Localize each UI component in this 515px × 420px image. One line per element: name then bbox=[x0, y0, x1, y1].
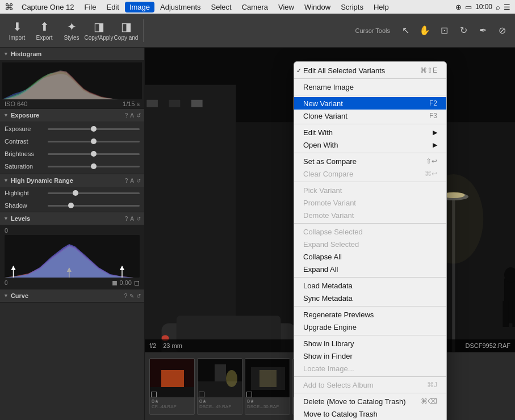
apple-menu[interactable]: ⌘ bbox=[5, 2, 14, 12]
menu-load-metadata[interactable]: Load Metadata bbox=[294, 279, 446, 292]
exposure-header[interactable]: ▼ Exposure ? A ↺ bbox=[0, 109, 144, 121]
battery-icon: ▭ bbox=[465, 3, 472, 11]
brightness-slider-track[interactable] bbox=[48, 153, 140, 155]
menu-sync-metadata[interactable]: Sync Metadata bbox=[294, 292, 446, 304]
curve-actions: ? ✎ ↺ bbox=[124, 293, 141, 299]
styles-button[interactable]: ✦ Styles bbox=[59, 16, 84, 45]
curve-reset[interactable]: ↺ bbox=[136, 293, 141, 299]
menu-expand-all[interactable]: Expand All bbox=[294, 263, 446, 275]
menu-regenerate-previews[interactable]: Regenerate Previews bbox=[294, 308, 446, 321]
exposure-reset[interactable]: ↺ bbox=[136, 112, 141, 119]
menu-collapse-all[interactable]: Collapse All bbox=[294, 250, 446, 263]
curve-help[interactable]: ? bbox=[124, 293, 127, 299]
levels-black-picker[interactable]: ◼ bbox=[112, 279, 118, 287]
menu-open-with[interactable]: Open With ▶ bbox=[294, 138, 446, 151]
film-thumb-check-2[interactable] bbox=[199, 392, 204, 397]
saturation-slider-track[interactable] bbox=[48, 166, 140, 167]
exposure-slider-thumb[interactable] bbox=[91, 126, 97, 132]
filename-display: DSCF9952.RAF bbox=[466, 342, 510, 349]
film-thumb-footer-2: 0★ DSCE...49.RAF bbox=[198, 397, 242, 414]
menubar-help[interactable]: Help bbox=[369, 2, 393, 12]
exposure-slider-track[interactable] bbox=[48, 128, 140, 130]
film-thumb-3[interactable]: 0★ DSCE...50.RAF bbox=[245, 358, 290, 415]
saturation-slider-thumb[interactable] bbox=[91, 163, 97, 169]
histogram-info: ISO 640 1/15 s bbox=[2, 99, 142, 108]
menubar-adjustments[interactable]: Adjustments bbox=[156, 2, 206, 12]
cursor-tool-pointer[interactable]: ↖ bbox=[397, 22, 414, 39]
cursor-tool-hand[interactable]: ✋ bbox=[416, 22, 433, 39]
menubar-window[interactable]: Window bbox=[300, 2, 335, 12]
menubar-scripts[interactable]: Scripts bbox=[336, 2, 368, 12]
exposure-auto[interactable]: A bbox=[130, 112, 134, 119]
menu-edit-with[interactable]: Edit With ▶ bbox=[294, 126, 446, 138]
hdr-reset[interactable]: ↺ bbox=[136, 178, 141, 184]
curve-edit[interactable]: ✎ bbox=[129, 293, 134, 299]
levels-reset[interactable]: ↺ bbox=[136, 216, 141, 222]
exposure-actions: ? A ↺ bbox=[125, 112, 141, 119]
film-thumb-name-3: DSCE...50.RAF bbox=[247, 404, 288, 409]
hdr-auto[interactable]: A bbox=[130, 178, 134, 184]
highlight-slider-thumb[interactable] bbox=[73, 190, 78, 196]
film-thumb-check-3[interactable] bbox=[246, 392, 252, 397]
copy-apply-label: Copy/Apply bbox=[84, 35, 113, 41]
contrast-slider-track[interactable] bbox=[48, 141, 140, 142]
shadow-slider-thumb[interactable] bbox=[68, 203, 74, 208]
exposure-slider-row: Exposure bbox=[0, 123, 144, 135]
copy-and-button[interactable]: ◨ Copy and bbox=[114, 16, 139, 45]
import-button[interactable]: ⬇ Import bbox=[5, 16, 30, 45]
menubar-view[interactable]: View bbox=[274, 2, 299, 12]
menu-show-in-finder[interactable]: Show in Finder bbox=[294, 350, 446, 362]
menubar-edit[interactable]: Edit bbox=[102, 2, 123, 12]
spotlight-icon[interactable]: ⌕ bbox=[496, 3, 500, 11]
menu-rename-image[interactable]: Rename Image bbox=[294, 81, 446, 93]
shadow-label: Shadow bbox=[5, 202, 44, 209]
levels-header[interactable]: ▼ Levels ? A ↺ bbox=[0, 212, 144, 225]
levels-auto[interactable]: A bbox=[130, 216, 134, 222]
menubar-camera[interactable]: Camera bbox=[237, 2, 273, 12]
levels-white-picker[interactable]: ◻ bbox=[134, 279, 140, 287]
menu-sep-5 bbox=[294, 182, 446, 182]
menubar-image[interactable]: Image bbox=[125, 2, 154, 12]
menubar-file[interactable]: File bbox=[80, 2, 101, 12]
film-thumb-1[interactable]: 0★ CF...48.RAF bbox=[149, 358, 195, 415]
levels-mid-value: 0,00 bbox=[120, 279, 132, 286]
cursor-tool-crop[interactable]: ⊡ bbox=[436, 22, 453, 39]
menu-upgrade-engine[interactable]: Upgrade Engine bbox=[294, 321, 446, 333]
menu-edit-all-variants[interactable]: ✓ Edit All Selected Variants ⌘⇧E bbox=[294, 64, 446, 77]
copy-apply-button[interactable]: ◨ Copy/Apply bbox=[86, 16, 111, 45]
menu-show-in-library[interactable]: Show in Library bbox=[294, 337, 446, 350]
histogram-header[interactable]: ▼ Histogram bbox=[0, 48, 144, 60]
menu-move-to-trash[interactable]: Move to Catalog Trash bbox=[294, 408, 446, 420]
menu-new-variant[interactable]: New Variant F2 bbox=[294, 97, 446, 110]
curve-header[interactable]: ▼ Curve ? ✎ ↺ bbox=[0, 289, 144, 302]
cursor-tool-paint[interactable]: ⊘ bbox=[493, 22, 510, 39]
film-thumb-check-1[interactable] bbox=[151, 392, 157, 397]
menubar-capture-one[interactable]: Capture One 12 bbox=[17, 2, 79, 12]
menu-set-compare[interactable]: Set as Compare ⇧↩ bbox=[294, 155, 446, 167]
exposure-section: ▼ Exposure ? A ↺ Exposure bbox=[0, 109, 144, 174]
contrast-slider-thumb[interactable] bbox=[91, 138, 97, 144]
hdr-header[interactable]: ▼ High Dynamic Range ? A ↺ bbox=[0, 174, 144, 187]
exposure-slider-label: Exposure bbox=[5, 125, 44, 132]
levels-chevron: ▼ bbox=[3, 216, 9, 221]
svg-rect-13 bbox=[146, 100, 158, 107]
hdr-chevron: ▼ bbox=[3, 178, 9, 183]
export-button[interactable]: ⬆ Export bbox=[32, 16, 57, 45]
cursor-tool-pen[interactable]: ✒ bbox=[474, 22, 491, 39]
menu-delete-to-trash[interactable]: Delete (Move to Catalog Trash) ⌘⌫ bbox=[294, 395, 446, 408]
hdr-help[interactable]: ? bbox=[125, 178, 128, 184]
shadow-slider-track[interactable] bbox=[48, 205, 140, 207]
notification-icon[interactable]: ☰ bbox=[504, 3, 510, 11]
cursor-tool-rotate[interactable]: ↻ bbox=[455, 22, 472, 39]
menu-clear-compare[interactable]: Clear Compare ⌘↩ bbox=[294, 167, 446, 180]
levels-help[interactable]: ? bbox=[125, 216, 128, 222]
menu-delete-to-trash-label: Delete (Move to Catalog Trash) bbox=[303, 397, 406, 406]
film-thumb-name-1: CF...48.RAF bbox=[152, 404, 192, 409]
saturation-slider-row: Saturation bbox=[0, 160, 144, 173]
menu-clone-variant[interactable]: Clone Variant F3 bbox=[294, 110, 446, 122]
film-thumb-2[interactable]: 0★ DSCE...49.RAF bbox=[197, 358, 242, 415]
highlight-slider-track[interactable] bbox=[48, 192, 140, 194]
menubar-select[interactable]: Select bbox=[207, 2, 236, 12]
brightness-slider-thumb[interactable] bbox=[91, 151, 97, 157]
exposure-help[interactable]: ? bbox=[125, 112, 128, 119]
